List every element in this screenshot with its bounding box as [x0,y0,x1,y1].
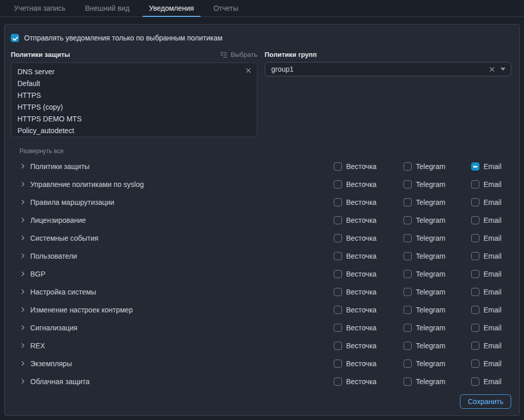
vestochka-checkbox[interactable] [334,306,342,314]
row-expander[interactable]: Сигнализация [11,324,334,332]
vestochka-checkbox-group: Весточка [334,162,404,171]
email-checkbox[interactable] [471,234,479,242]
vestochka-checkbox-group: Весточка [334,360,404,368]
vestochka-checkbox[interactable] [334,377,342,386]
email-checkbox-group: Email [471,216,511,224]
row-expander[interactable]: Экземпляры [11,360,334,368]
email-checkbox[interactable] [471,324,479,332]
policy-list-item[interactable]: HTTPS DEMO MTS [17,113,251,125]
telegram-checkbox[interactable] [404,360,412,368]
vestochka-checkbox[interactable] [334,216,342,224]
email-checkbox[interactable] [471,180,479,188]
policy-list-item[interactable]: HTTPS (copy) [17,101,251,113]
telegram-checkbox-group: Telegram [404,180,471,188]
telegram-checkbox-label: Telegram [416,216,446,224]
email-checkbox[interactable] [471,342,479,350]
email-checkbox-label: Email [483,377,501,386]
row-expander[interactable]: Политики защиты [11,162,334,171]
row-expander[interactable]: Системные события [11,234,334,242]
chevron-right-icon [19,199,26,205]
notification-row: ЭкземплярыВесточкаTelegramEmail [11,354,511,372]
clear-selection-icon[interactable] [489,66,495,73]
telegram-checkbox[interactable] [404,180,412,188]
row-expander[interactable]: Лицензирование [11,216,334,224]
row-expander[interactable]: BGP [11,270,334,278]
telegram-checkbox[interactable] [404,342,412,350]
tab-appearance[interactable]: Внешний вид [78,0,136,17]
telegram-checkbox[interactable] [404,288,412,296]
email-checkbox[interactable] [471,377,479,386]
email-checkbox[interactable] [471,306,479,314]
row-expander[interactable]: Облачная защита [11,377,334,386]
vestochka-checkbox[interactable] [334,252,342,260]
protection-policies-column: Политики защиты Выбрать DNS serverDefaul… [11,50,257,137]
filter-row: Отправлять уведомления только по выбранн… [11,34,511,42]
policy-list-item[interactable]: HTTPS [17,90,251,101]
tab-notifications[interactable]: Уведомления [143,0,201,17]
tab-reports[interactable]: Отчеты [207,0,245,17]
policy-list-item[interactable]: Policy_autodetect [17,125,251,137]
vestochka-checkbox[interactable] [334,324,342,332]
email-checkbox-group: Email [471,306,511,314]
policies-listbox[interactable]: DNS serverDefaultHTTPSHTTPS (copy)HTTPS … [11,62,257,137]
email-checkbox[interactable] [471,216,479,224]
email-checkbox-label: Email [483,216,501,224]
email-checkbox[interactable] [471,252,479,260]
chevron-right-icon [19,181,26,187]
chevron-right-icon [19,253,26,259]
policy-list-item[interactable]: DNS server [17,66,251,78]
telegram-checkbox[interactable] [404,270,412,278]
vestochka-checkbox-label: Весточка [346,306,376,314]
vestochka-checkbox[interactable] [334,342,342,350]
panel-footer: Сохранить [11,394,511,409]
row-label: Пользователи [30,252,77,260]
filter-checkbox-label: Отправлять уведомления только по выбранн… [24,34,223,42]
clear-policies-icon[interactable] [245,67,252,74]
vestochka-checkbox[interactable] [334,360,342,368]
save-button[interactable]: Сохранить [460,394,511,409]
chevron-right-icon [19,378,26,385]
telegram-checkbox[interactable] [404,162,412,171]
chevron-right-icon [19,306,26,313]
telegram-checkbox[interactable] [404,377,412,386]
telegram-checkbox[interactable] [404,234,412,242]
vestochka-checkbox[interactable] [334,288,342,296]
email-checkbox[interactable] [471,360,479,368]
vestochka-checkbox[interactable] [334,162,342,171]
row-expander[interactable]: Изменение настроек контрмер [11,306,334,314]
caret-down-icon[interactable] [500,68,506,71]
checklist-icon [220,51,228,58]
email-checkbox[interactable] [471,162,479,171]
email-checkbox[interactable] [471,198,479,206]
vestochka-checkbox-group: Весточка [334,198,404,206]
telegram-checkbox-group: Telegram [404,306,471,314]
filter-checkbox[interactable] [11,34,19,42]
expand-all-link[interactable]: Развернуть все [19,148,64,155]
row-expander[interactable]: Пользователи [11,252,334,260]
telegram-checkbox[interactable] [404,198,412,206]
email-checkbox[interactable] [471,270,479,278]
vestochka-checkbox[interactable] [334,198,342,206]
row-expander[interactable]: Настройка системы [11,288,334,296]
vestochka-checkbox[interactable] [334,234,342,242]
telegram-checkbox[interactable] [404,216,412,224]
policy-list-item[interactable]: Default [17,78,251,90]
telegram-checkbox-label: Telegram [416,180,446,188]
email-checkbox-group: Email [471,180,511,188]
tab-account[interactable]: Учетная запись [7,0,72,17]
row-expander[interactable]: Управление политиками по syslog [11,180,334,188]
email-checkbox-group: Email [471,162,511,171]
vestochka-checkbox[interactable] [334,180,342,188]
select-policies-button[interactable]: Выбрать [220,51,257,58]
telegram-checkbox[interactable] [404,324,412,332]
telegram-checkbox[interactable] [404,306,412,314]
vestochka-checkbox[interactable] [334,270,342,278]
row-label: Настройка системы [30,288,96,296]
telegram-checkbox[interactable] [404,252,412,260]
email-checkbox[interactable] [471,288,479,296]
telegram-checkbox-label: Telegram [416,377,446,386]
row-expander[interactable]: REX [11,342,334,350]
notifications-panel: Отправлять уведомления только по выбранн… [4,24,520,416]
row-expander[interactable]: Правила маршрутизации [11,198,334,206]
group-policies-select[interactable]: group1 [265,62,511,76]
